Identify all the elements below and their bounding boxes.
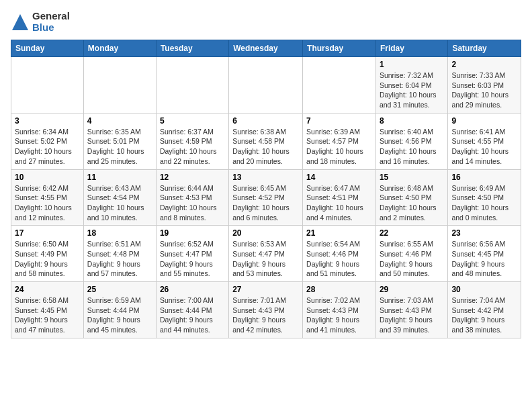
day-cell: 16Sunrise: 6:49 AM Sunset: 4:50 PM Dayli… bbox=[448, 169, 521, 226]
day-number: 3 bbox=[15, 116, 80, 126]
day-info: Sunrise: 6:51 AM Sunset: 4:48 PM Dayligh… bbox=[87, 239, 152, 279]
day-info: Sunrise: 6:56 AM Sunset: 4:45 PM Dayligh… bbox=[451, 239, 517, 279]
day-cell: 18Sunrise: 6:51 AM Sunset: 4:48 PM Dayli… bbox=[83, 226, 156, 282]
day-info: Sunrise: 6:43 AM Sunset: 4:54 PM Dayligh… bbox=[87, 183, 152, 223]
week-row-4: 17Sunrise: 6:50 AM Sunset: 4:49 PM Dayli… bbox=[11, 226, 521, 282]
header-day-sunday: Sunday bbox=[11, 40, 84, 57]
header-day-thursday: Thursday bbox=[303, 40, 376, 57]
day-info: Sunrise: 6:38 AM Sunset: 4:58 PM Dayligh… bbox=[232, 127, 299, 167]
day-number: 15 bbox=[380, 173, 444, 182]
day-info: Sunrise: 6:55 AM Sunset: 4:46 PM Dayligh… bbox=[380, 239, 444, 279]
day-number: 21 bbox=[306, 228, 372, 238]
day-cell: 17Sunrise: 6:50 AM Sunset: 4:49 PM Dayli… bbox=[11, 226, 84, 282]
day-number: 2 bbox=[451, 60, 517, 69]
week-row-2: 3Sunrise: 6:34 AM Sunset: 5:02 PM Daylig… bbox=[11, 113, 521, 169]
day-number: 8 bbox=[380, 116, 444, 126]
week-row-1: 1Sunrise: 7:32 AM Sunset: 6:04 PM Daylig… bbox=[11, 57, 521, 113]
day-cell: 12Sunrise: 6:44 AM Sunset: 4:53 PM Dayli… bbox=[156, 169, 228, 226]
day-cell bbox=[303, 57, 376, 113]
day-cell: 22Sunrise: 6:55 AM Sunset: 4:46 PM Dayli… bbox=[375, 226, 447, 282]
day-info: Sunrise: 6:45 AM Sunset: 4:52 PM Dayligh… bbox=[232, 183, 299, 223]
day-number: 27 bbox=[232, 285, 299, 294]
day-cell: 20Sunrise: 6:53 AM Sunset: 4:47 PM Dayli… bbox=[229, 226, 303, 282]
day-info: Sunrise: 6:50 AM Sunset: 4:49 PM Dayligh… bbox=[15, 239, 80, 279]
day-cell: 13Sunrise: 6:45 AM Sunset: 4:52 PM Dayli… bbox=[229, 169, 303, 226]
day-cell: 24Sunrise: 6:58 AM Sunset: 4:45 PM Dayli… bbox=[11, 282, 84, 338]
day-cell: 6Sunrise: 6:38 AM Sunset: 4:58 PM Daylig… bbox=[229, 113, 303, 169]
day-info: Sunrise: 7:01 AM Sunset: 4:43 PM Dayligh… bbox=[232, 295, 299, 335]
day-number: 1 bbox=[380, 60, 444, 69]
day-info: Sunrise: 6:52 AM Sunset: 4:47 PM Dayligh… bbox=[160, 239, 225, 279]
day-cell: 19Sunrise: 6:52 AM Sunset: 4:47 PM Dayli… bbox=[156, 226, 228, 282]
day-number: 23 bbox=[451, 228, 517, 238]
header: General Blue bbox=[11, 11, 521, 33]
day-cell: 26Sunrise: 7:00 AM Sunset: 4:44 PM Dayli… bbox=[156, 282, 228, 338]
header-day-friday: Friday bbox=[375, 40, 447, 57]
day-number: 24 bbox=[15, 285, 80, 294]
logo-general: General bbox=[32, 11, 70, 22]
day-cell: 8Sunrise: 6:40 AM Sunset: 4:56 PM Daylig… bbox=[375, 113, 447, 169]
logo-text: General Blue bbox=[32, 11, 70, 33]
day-info: Sunrise: 6:54 AM Sunset: 4:46 PM Dayligh… bbox=[306, 239, 372, 279]
day-number: 17 bbox=[15, 228, 80, 238]
day-info: Sunrise: 7:32 AM Sunset: 6:04 PM Dayligh… bbox=[380, 71, 444, 110]
day-info: Sunrise: 6:58 AM Sunset: 4:45 PM Dayligh… bbox=[15, 295, 80, 335]
day-info: Sunrise: 7:03 AM Sunset: 4:43 PM Dayligh… bbox=[380, 295, 444, 335]
day-number: 6 bbox=[232, 116, 299, 126]
day-info: Sunrise: 6:41 AM Sunset: 4:55 PM Dayligh… bbox=[451, 127, 517, 167]
day-number: 9 bbox=[451, 116, 517, 126]
day-info: Sunrise: 6:44 AM Sunset: 4:53 PM Dayligh… bbox=[160, 183, 225, 223]
day-number: 25 bbox=[87, 285, 152, 294]
day-cell bbox=[83, 57, 156, 113]
day-info: Sunrise: 6:35 AM Sunset: 5:01 PM Dayligh… bbox=[87, 127, 152, 167]
day-cell bbox=[229, 57, 303, 113]
header-day-saturday: Saturday bbox=[448, 40, 521, 57]
header-row: SundayMondayTuesdayWednesdayThursdayFrid… bbox=[11, 40, 521, 57]
day-number: 20 bbox=[232, 228, 299, 238]
header-day-wednesday: Wednesday bbox=[229, 40, 303, 57]
day-number: 22 bbox=[380, 228, 444, 238]
day-info: Sunrise: 6:48 AM Sunset: 4:50 PM Dayligh… bbox=[380, 183, 444, 223]
day-info: Sunrise: 6:47 AM Sunset: 4:51 PM Dayligh… bbox=[306, 183, 372, 223]
day-cell: 11Sunrise: 6:43 AM Sunset: 4:54 PM Dayli… bbox=[83, 169, 156, 226]
day-number: 13 bbox=[232, 173, 299, 182]
day-number: 4 bbox=[87, 116, 152, 126]
day-info: Sunrise: 7:33 AM Sunset: 6:03 PM Dayligh… bbox=[451, 71, 517, 110]
day-number: 7 bbox=[306, 116, 372, 126]
day-cell: 4Sunrise: 6:35 AM Sunset: 5:01 PM Daylig… bbox=[83, 113, 156, 169]
day-info: Sunrise: 6:59 AM Sunset: 4:44 PM Dayligh… bbox=[87, 295, 152, 335]
day-info: Sunrise: 6:42 AM Sunset: 4:55 PM Dayligh… bbox=[15, 183, 80, 223]
day-cell: 28Sunrise: 7:02 AM Sunset: 4:43 PM Dayli… bbox=[303, 282, 376, 338]
day-cell: 2Sunrise: 7:33 AM Sunset: 6:03 PM Daylig… bbox=[448, 57, 521, 113]
day-info: Sunrise: 7:00 AM Sunset: 4:44 PM Dayligh… bbox=[160, 295, 225, 335]
day-number: 10 bbox=[15, 173, 80, 182]
day-info: Sunrise: 6:40 AM Sunset: 4:56 PM Dayligh… bbox=[380, 127, 444, 167]
svg-marker-0 bbox=[12, 14, 28, 30]
day-cell: 30Sunrise: 7:04 AM Sunset: 4:42 PM Dayli… bbox=[448, 282, 521, 338]
day-number: 30 bbox=[451, 285, 517, 294]
day-number: 18 bbox=[87, 228, 152, 238]
calendar-table: SundayMondayTuesdayWednesdayThursdayFrid… bbox=[11, 40, 521, 338]
day-cell: 21Sunrise: 6:54 AM Sunset: 4:46 PM Dayli… bbox=[303, 226, 376, 282]
day-cell: 23Sunrise: 6:56 AM Sunset: 4:45 PM Dayli… bbox=[448, 226, 521, 282]
logo-triangle-icon bbox=[11, 13, 30, 32]
day-number: 29 bbox=[380, 285, 444, 294]
day-cell: 14Sunrise: 6:47 AM Sunset: 4:51 PM Dayli… bbox=[303, 169, 376, 226]
header-day-monday: Monday bbox=[83, 40, 156, 57]
day-info: Sunrise: 7:02 AM Sunset: 4:43 PM Dayligh… bbox=[306, 295, 372, 335]
day-number: 19 bbox=[160, 228, 225, 238]
day-number: 5 bbox=[160, 116, 225, 126]
day-cell: 27Sunrise: 7:01 AM Sunset: 4:43 PM Dayli… bbox=[229, 282, 303, 338]
day-number: 14 bbox=[306, 173, 372, 182]
day-cell: 7Sunrise: 6:39 AM Sunset: 4:57 PM Daylig… bbox=[303, 113, 376, 169]
day-cell bbox=[11, 57, 84, 113]
day-cell: 25Sunrise: 6:59 AM Sunset: 4:44 PM Dayli… bbox=[83, 282, 156, 338]
day-number: 11 bbox=[87, 173, 152, 182]
header-day-tuesday: Tuesday bbox=[156, 40, 228, 57]
day-cell: 5Sunrise: 6:37 AM Sunset: 4:59 PM Daylig… bbox=[156, 113, 228, 169]
day-number: 26 bbox=[160, 285, 225, 294]
logo: General Blue bbox=[11, 11, 70, 33]
day-cell: 10Sunrise: 6:42 AM Sunset: 4:55 PM Dayli… bbox=[11, 169, 84, 226]
day-number: 28 bbox=[306, 285, 372, 294]
week-row-5: 24Sunrise: 6:58 AM Sunset: 4:45 PM Dayli… bbox=[11, 282, 521, 338]
